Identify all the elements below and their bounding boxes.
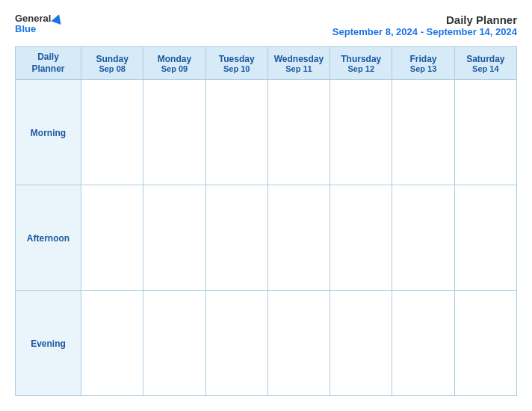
th-tuesday: Tuesday Sep 10 <box>205 47 267 80</box>
logo-blue-text: Blue <box>15 24 36 34</box>
morning-wednesday-cell[interactable] <box>267 80 330 185</box>
logo-triangle-icon <box>52 13 64 25</box>
morning-label-cell: Morning <box>16 80 81 185</box>
monday-date: Sep 09 <box>146 64 202 73</box>
header-right: Daily Planner September 8, 2024 - Septem… <box>332 13 517 37</box>
sunday-date: Sep 08 <box>84 64 140 73</box>
tuesday-name: Tuesday <box>209 54 265 64</box>
evening-wednesday-cell[interactable] <box>267 291 330 396</box>
afternoon-label: Afternoon <box>27 233 69 244</box>
evening-sunday-cell[interactable] <box>81 291 143 396</box>
logo: General Blue <box>15 13 63 35</box>
evening-label-cell: Evening <box>16 291 81 396</box>
evening-saturday-cell[interactable] <box>454 291 516 396</box>
calendar-table: Daily Planner Sunday Sep 08 Monday Sep 0… <box>15 46 517 396</box>
morning-row: Morning <box>16 80 517 185</box>
afternoon-thursday-cell[interactable] <box>330 185 392 291</box>
saturday-date: Sep 14 <box>458 64 513 73</box>
tuesday-date: Sep 10 <box>209 64 265 73</box>
afternoon-saturday-cell[interactable] <box>454 185 516 291</box>
morning-tuesday-cell[interactable] <box>205 80 267 185</box>
monday-name: Monday <box>146 54 202 64</box>
afternoon-tuesday-cell[interactable] <box>205 185 267 291</box>
afternoon-friday-cell[interactable] <box>392 185 454 291</box>
header-title: Daily Planner <box>332 13 517 26</box>
morning-sunday-cell[interactable] <box>81 80 143 185</box>
evening-monday-cell[interactable] <box>143 291 205 396</box>
header-subtitle: September 8, 2024 - September 14, 2024 <box>332 26 517 37</box>
th-saturday: Saturday Sep 14 <box>454 47 516 80</box>
afternoon-monday-cell[interactable] <box>143 185 205 291</box>
saturday-name: Saturday <box>458 54 513 64</box>
evening-friday-cell[interactable] <box>392 291 454 396</box>
afternoon-label-cell: Afternoon <box>16 185 81 291</box>
th-thursday: Thursday Sep 12 <box>330 47 392 80</box>
afternoon-row: Afternoon <box>16 185 517 291</box>
col-header-line1: Daily <box>37 52 59 62</box>
evening-tuesday-cell[interactable] <box>205 291 267 396</box>
wednesday-name: Wednesday <box>271 54 327 64</box>
col-header-line2: Planner <box>31 64 64 74</box>
morning-monday-cell[interactable] <box>143 80 205 185</box>
logo-general-text: General <box>15 13 51 24</box>
thursday-name: Thursday <box>333 54 389 64</box>
afternoon-sunday-cell[interactable] <box>81 185 143 291</box>
sunday-name: Sunday <box>84 54 140 64</box>
friday-date: Sep 13 <box>395 64 451 73</box>
evening-thursday-cell[interactable] <box>330 291 392 396</box>
morning-saturday-cell[interactable] <box>454 80 516 185</box>
th-friday: Friday Sep 13 <box>392 47 454 80</box>
header: General Blue Daily Planner September 8, … <box>15 13 517 37</box>
th-sunday: Sunday Sep 08 <box>81 47 143 80</box>
th-monday: Monday Sep 09 <box>143 47 205 80</box>
page: General Blue Daily Planner September 8, … <box>0 0 532 411</box>
th-label: Daily Planner <box>16 47 81 80</box>
evening-row: Evening <box>16 291 517 396</box>
friday-name: Friday <box>395 54 451 64</box>
evening-label: Evening <box>31 339 66 349</box>
th-wednesday: Wednesday Sep 11 <box>267 47 330 80</box>
wednesday-date: Sep 11 <box>271 64 327 73</box>
morning-label: Morning <box>31 128 66 138</box>
morning-friday-cell[interactable] <box>392 80 454 185</box>
thursday-date: Sep 12 <box>333 64 389 73</box>
morning-thursday-cell[interactable] <box>330 80 392 185</box>
afternoon-wednesday-cell[interactable] <box>267 185 330 291</box>
